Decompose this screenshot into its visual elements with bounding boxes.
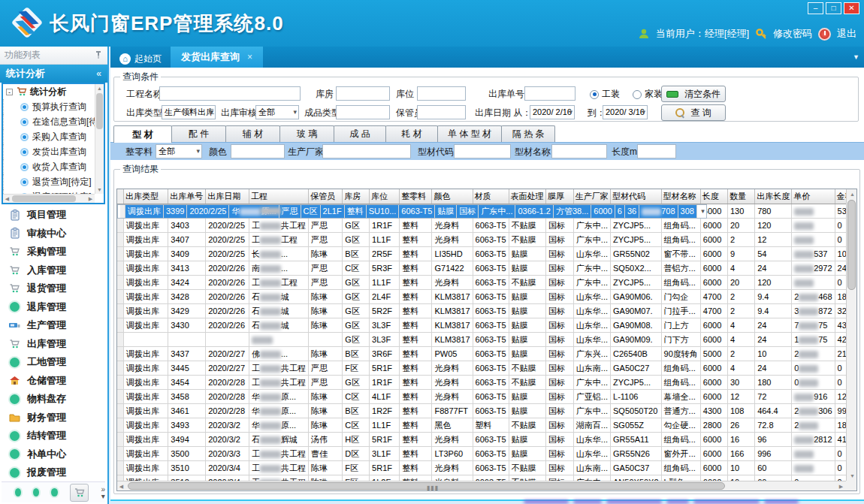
material-tab-辅材[interactable]: 辅 材 — [225, 125, 280, 142]
radio-jiazhuang[interactable]: 家装 — [633, 88, 663, 101]
tree-item[interactable]: 退货查询[待定] — [3, 174, 104, 189]
material-tab-配件[interactable]: 配 件 — [171, 125, 226, 142]
column-header-型材代码[interactable]: 型材代码 — [611, 189, 662, 204]
column-header-数量[interactable]: 数量 — [727, 189, 754, 204]
column-header-出库单号[interactable]: 出库单号 — [168, 189, 206, 204]
color-input[interactable] — [231, 144, 285, 158]
table-row[interactable]: 调拨出库34942020/3/2石辉城汤伟H区5R1F整料光身料6063-T5贴… — [117, 433, 856, 447]
table-row[interactable]: 调拨出库34452020/2/27工共工程严思F区5R1F整料光身料6063-T… — [117, 361, 856, 376]
tree-item[interactable]: 在途信息查询[待 — [3, 114, 104, 129]
sidebar-item-物料盘存[interactable]: 物料盘存 — [2, 390, 105, 409]
column-header-长度[interactable]: 长度 — [700, 189, 727, 204]
column-header-工程[interactable]: 工程 — [249, 189, 308, 204]
location-input[interactable] — [417, 86, 466, 101]
sidebar-item-审核中心[interactable]: 审核中心 — [2, 225, 105, 243]
tree-item[interactable]: 收货入库查询 — [3, 159, 104, 174]
table-row[interactable]: 调拨出库34132020/2/26南...严思C区5R3F整料G71422606… — [117, 261, 856, 276]
table-row[interactable]: G区3L3F整料KLM38176063-T5贴膜国标山东华...GA90M09.… — [117, 333, 856, 347]
grid-vertical-scrollbar[interactable]: ▲▼ — [846, 189, 856, 481]
material-tab-玻璃[interactable]: 玻 璃 — [279, 125, 334, 142]
sidebar-item-入库管理[interactable]: 入库管理 — [2, 261, 105, 280]
clear-conditions-button[interactable]: 清空条件 — [661, 86, 726, 102]
table-row[interactable]: 调拨出库35002020/3/3工共工程曹佳D区3L1F整料LT3P606063… — [117, 447, 856, 461]
sidebar-item-退库管理[interactable]: 退库管理 — [2, 298, 105, 317]
material-tab-型材[interactable]: 型 材 — [113, 125, 172, 143]
date-to-select[interactable]: 2020/ 3/16 — [603, 105, 648, 119]
table-row[interactable]: 调拨出库34932020/3/2华原...陈琳C区1L1F整料黑色塑料不贴膜国标… — [117, 418, 856, 433]
table-row[interactable]: 调拨出库35102020/3/4工共工程陈琳F区5R1F整料光身料6063-T5… — [117, 461, 856, 475]
sidebar-item-项目管理[interactable]: 项目管理 — [2, 206, 105, 225]
length-input[interactable] — [637, 144, 676, 158]
maker-input[interactable] — [322, 144, 411, 158]
tree-item[interactable]: 采购入库查询 — [3, 129, 104, 144]
column-header-颜色[interactable]: 颜色 — [432, 189, 473, 204]
whole-piece-select[interactable]: 全部 — [156, 144, 202, 158]
tree-item[interactable]: 预算执行查询 — [3, 99, 104, 114]
cart-quick-button[interactable] — [70, 484, 89, 502]
material-tab-耗材[interactable]: 耗 材 — [385, 125, 438, 142]
table-row[interactable]: 调拨出库33992020/2/25华原...严思C区2L1F整料SU10...6… — [117, 204, 707, 219]
quick-icon-1[interactable] — [15, 488, 21, 496]
project-name-input[interactable] — [159, 86, 301, 101]
sidebar-item-结转管理[interactable]: 结转管理 — [2, 427, 105, 445]
tab-close-icon[interactable]: × — [247, 52, 252, 62]
close-button[interactable]: ✕ — [844, 2, 859, 14]
sidebar-item-补单中心[interactable]: 补单中心 — [2, 445, 105, 464]
logout-link[interactable]: 退出 — [837, 27, 856, 41]
material-tab-成品[interactable]: 成 品 — [334, 125, 386, 142]
quick-icon-3[interactable] — [51, 488, 57, 496]
expander-icon[interactable]: - — [6, 89, 13, 95]
table-row[interactable]: 调拨出库34032020/2/25工共工程严思G区1R1F整料光身料6063-T… — [117, 219, 856, 233]
table-row[interactable]: 调拨出库34242020/2/26工工程严思G区1L1F整料光身料6063-T5… — [117, 276, 856, 290]
grid-horizontal-scrollbar[interactable]: ◀▮▮▮▶ — [117, 481, 846, 490]
sidebar-item-退货管理[interactable]: 退货管理 — [2, 279, 105, 298]
material-tab-隔热条[interactable]: 隔 热 条 — [501, 125, 555, 142]
sidebar-item-生产管理[interactable]: 生产管理 — [2, 316, 105, 335]
table-row[interactable]: 调拨出库34302020/2/26石城陈琳G区3L3F整料KLM38176063… — [117, 318, 856, 333]
profile-name-input[interactable] — [551, 144, 607, 158]
tab-shipment-outbound-query[interactable]: 发货出库查询 × — [171, 47, 263, 68]
pin-icon[interactable] — [94, 50, 103, 59]
sidebar-item-报废管理[interactable]: 报废管理 — [2, 463, 105, 482]
sidebar-item-仓储管理[interactable]: 仓储管理 — [2, 372, 105, 391]
column-header-生产厂家[interactable]: 生产厂家 — [573, 189, 610, 204]
column-header-出库类型[interactable]: 出库类型 — [123, 189, 168, 204]
order-no-input[interactable] — [524, 86, 575, 101]
table-row[interactable]: 调拨出库34612020/2/28华原...陈琳B区1R2F整料F8877FT6… — [117, 404, 856, 418]
column-header-出库长度[interactable]: 出库长度 — [755, 189, 792, 204]
out-type-select[interactable]: 生产领料出库 — [162, 105, 216, 119]
column-header-整零料[interactable]: 整零料 — [400, 189, 432, 204]
material-tab-单体型材[interactable]: 单 体 型 材 — [437, 125, 502, 142]
tree-vertical-scrollbar[interactable]: ▲▼ — [95, 84, 104, 194]
group-header-statistics[interactable]: 统计分析 « — [0, 65, 107, 83]
column-header-表面处理[interactable]: 表面处理 — [509, 189, 545, 204]
sidebar-item-出库管理[interactable]: 出库管理 — [2, 335, 105, 354]
column-header-型材名称[interactable]: 型材名称 — [661, 189, 700, 204]
table-row[interactable]: 调拨出库34092020/2/25长...陈琳B区2R5F整料LI35HD606… — [117, 247, 856, 261]
minimize-button[interactable]: – — [808, 2, 823, 14]
profile-code-input[interactable] — [454, 144, 511, 158]
table-row[interactable]: 调拨出库34282020/2/26石城陈琳G区2L4F整料KLM38176063… — [117, 290, 856, 304]
table-row[interactable]: 调拨出库34072020/2/25工工程严思G区1L1F整料光身料6063-T5… — [117, 233, 856, 247]
overflow-chevron[interactable]: »▾ — [101, 486, 105, 499]
table-row[interactable]: 调拨出库34542020/2/28工共工程严思G区1R1F整料光身料6063-T… — [117, 376, 856, 390]
out-review-select[interactable]: 全部 — [255, 105, 299, 119]
tab-home[interactable]: ⌂ 起始页 — [110, 50, 171, 68]
search-button[interactable]: 查 询 — [661, 104, 726, 121]
column-header-单价[interactable]: 单价 — [792, 189, 835, 204]
column-header-出库日期[interactable]: 出库日期 — [206, 189, 249, 204]
column-header-材质[interactable]: 材质 — [473, 189, 509, 204]
quick-icon-2[interactable] — [33, 488, 39, 496]
tree-root[interactable]: - 统计分析 — [3, 84, 104, 99]
table-row[interactable]: 调拨出库34582020/2/28华原...陈琳C区4L1F整料光身料6063-… — [117, 390, 856, 404]
sidebar-item-财务管理[interactable]: 财务管理 — [2, 409, 105, 427]
table-row[interactable]: 调拨出库34292020/2/26石城陈琳G区5R2F整料KLM38176063… — [117, 304, 856, 318]
product-type-input[interactable] — [336, 105, 390, 119]
column-header-库位[interactable]: 库位 — [370, 189, 400, 204]
radio-gongzhuang[interactable]: 工装 — [590, 88, 620, 101]
tab-list-dropdown-icon[interactable]: ▼ — [853, 53, 859, 61]
column-header-保管员[interactable]: 保管员 — [308, 189, 342, 204]
tree-horizontal-scrollbar[interactable]: ◀▶ — [3, 194, 95, 203]
maximize-button[interactable]: □ — [826, 2, 841, 14]
table-row[interactable]: 调拨出库34372020/2/27佛...陈琳B区3R6F整料PW056063-… — [117, 347, 856, 361]
